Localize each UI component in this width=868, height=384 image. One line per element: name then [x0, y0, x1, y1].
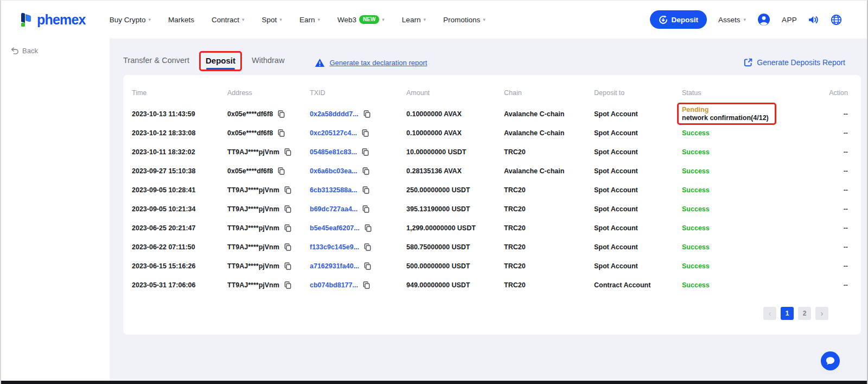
copy-txid-icon[interactable] — [363, 281, 370, 289]
status-text: Pending — [682, 106, 769, 114]
cell-amount: 0.10000000 AVAX — [406, 104, 504, 123]
copy-txid-icon[interactable] — [362, 167, 369, 175]
chevron-down-icon: ▾ — [423, 17, 426, 22]
back-button[interactable]: Back — [11, 47, 38, 55]
page-prev-button[interactable]: ‹ — [763, 307, 776, 320]
action-placeholder: -- — [844, 243, 848, 251]
cell-time: 2023-10-11 18:32:02 — [132, 142, 227, 161]
cell-deposit-to: Spot Account — [594, 161, 682, 180]
deposit-button[interactable]: Deposit — [650, 10, 707, 29]
status-text: Success — [682, 281, 710, 289]
cell-deposit-to: Spot Account — [594, 180, 682, 199]
txid-value-group: 0x2a58dddd7... — [310, 110, 402, 118]
txid-link[interactable]: 0x6a6bc03ea... — [310, 167, 358, 175]
txid-link[interactable]: 0x2a58dddd7... — [310, 110, 359, 118]
copy-address-icon[interactable] — [284, 186, 291, 194]
tax-report-link[interactable]: Generate tax declaration report — [315, 58, 427, 67]
language-globe-icon[interactable] — [831, 14, 842, 26]
copy-address-icon[interactable] — [284, 262, 291, 270]
column-header-txid: TXID — [310, 81, 406, 104]
app-link[interactable]: APP — [782, 16, 797, 24]
copy-txid-icon[interactable] — [364, 262, 371, 270]
cell-status: Success — [682, 123, 806, 142]
address-text: TT9AJ****pjVnm — [227, 262, 279, 270]
txid-link[interactable]: f133c9c145e9... — [310, 243, 359, 251]
address-value-group: TT9AJ****pjVnm — [227, 148, 305, 156]
status-text: Success — [682, 167, 710, 175]
announcement-speaker-icon[interactable] — [808, 15, 819, 24]
address-text: TT9AJ****pjVnm — [227, 243, 279, 251]
copy-txid-icon[interactable] — [363, 110, 371, 118]
cell-address: TT9AJ****pjVnm — [227, 180, 310, 199]
tab-transfer-convert[interactable]: Transfer & Convert — [123, 56, 189, 69]
assets-label: Assets — [718, 16, 741, 24]
cell-amount: 580.75000000 USDT — [406, 237, 504, 256]
nav-item-contract[interactable]: Contract▾ — [203, 16, 253, 24]
copy-address-icon[interactable] — [284, 224, 291, 232]
tab-deposit[interactable]: Deposit — [206, 56, 235, 70]
copy-address-icon[interactable] — [284, 205, 291, 213]
cell-address: TT9AJ****pjVnm — [227, 256, 310, 275]
page-button-2[interactable]: 2 — [798, 307, 811, 320]
copy-txid-icon[interactable] — [362, 186, 369, 194]
copy-address-icon[interactable] — [284, 243, 291, 251]
nav-item-web3[interactable]: Web3NEW▾ — [329, 15, 393, 24]
nav-item-spot[interactable]: Spot▾ — [253, 16, 291, 24]
copy-address-icon[interactable] — [284, 148, 291, 156]
page-body: Back Transfer & ConvertDepositWithdraw G… — [1, 39, 867, 381]
column-header-chain: Chain — [504, 81, 594, 104]
txid-value-group: 05485e81c83... — [310, 148, 402, 156]
cell-status: Success — [682, 218, 806, 237]
cell-address: TT9AJ****pjVnm — [227, 237, 310, 256]
profile-avatar-icon[interactable] — [757, 13, 770, 26]
deposits-report-link[interactable]: Generate Deposits Report — [744, 58, 845, 67]
table-row: 2023-06-22 07:11:50TT9AJ****pjVnmf133c9c… — [132, 237, 849, 256]
status-text: Success — [682, 186, 710, 194]
cell-deposit-to: Spot Account — [594, 142, 682, 161]
cell-amount: 395.13190000 USDT — [406, 199, 504, 218]
cell-time: 2023-09-05 10:28:41 — [132, 180, 227, 199]
copy-txid-icon[interactable] — [365, 224, 372, 232]
nav-item-promotions[interactable]: Promotions▾ — [435, 16, 494, 24]
txid-link[interactable]: cb074bd8177... — [310, 281, 358, 289]
cell-amount: 1,299.00000000 USDT — [406, 218, 504, 237]
chevron-down-icon: ▾ — [744, 17, 746, 22]
txid-link[interactable]: b5e45eaf6207... — [310, 224, 360, 232]
copy-txid-icon[interactable] — [362, 205, 369, 213]
copy-txid-icon[interactable] — [364, 243, 371, 251]
page-next-button[interactable]: › — [815, 307, 828, 320]
nav-item-earn[interactable]: Earn▾ — [291, 16, 329, 24]
assets-menu[interactable]: Assets ▾ — [718, 16, 746, 24]
copy-address-icon[interactable] — [278, 110, 285, 118]
cell-chain: TRC20 — [504, 180, 594, 199]
cell-deposit-to: Spot Account — [594, 104, 682, 123]
page-button-1[interactable]: 1 — [781, 307, 794, 320]
nav-item-buy-crypto[interactable]: Buy Crypto▾ — [101, 16, 159, 24]
cell-chain: Avalanche C-chain — [504, 123, 594, 142]
copy-address-icon[interactable] — [278, 167, 285, 175]
txid-link[interactable]: b69dc727aa4... — [310, 205, 358, 213]
copy-address-icon[interactable] — [278, 129, 285, 137]
back-arrow-icon — [11, 47, 19, 54]
copy-txid-icon[interactable] — [362, 148, 369, 156]
nav-item-markets[interactable]: Markets — [159, 16, 203, 24]
cell-txid: a7162931fa40... — [310, 256, 406, 275]
txid-link[interactable]: 6cb3132588a... — [310, 186, 358, 194]
cell-status: Success — [682, 180, 806, 199]
copy-address-icon[interactable] — [284, 281, 291, 289]
cell-status: Pendingnetwork confirmation(4/12) — [682, 104, 806, 123]
txid-link[interactable]: 0xc205127c4... — [310, 129, 357, 137]
phemex-logo[interactable]: phemex — [19, 11, 86, 28]
support-chat-button[interactable] — [821, 351, 840, 370]
cell-chain: TRC20 — [504, 275, 594, 294]
txid-link[interactable]: a7162931fa40... — [310, 262, 359, 270]
cell-time: 2023-06-25 20:21:47 — [132, 218, 227, 237]
copy-txid-icon[interactable] — [362, 129, 369, 137]
cell-time: 2023-10-13 11:43:59 — [132, 104, 227, 123]
nav-item-learn[interactable]: Learn▾ — [393, 16, 435, 24]
tab-withdraw[interactable]: Withdraw — [252, 56, 284, 69]
status-pending-group: Pendingnetwork confirmation(4/12) — [682, 106, 769, 122]
cell-action: -- — [806, 256, 849, 275]
txid-link[interactable]: 05485e81c83... — [310, 148, 357, 156]
cell-amount: 949.00000000 USDT — [406, 275, 504, 294]
